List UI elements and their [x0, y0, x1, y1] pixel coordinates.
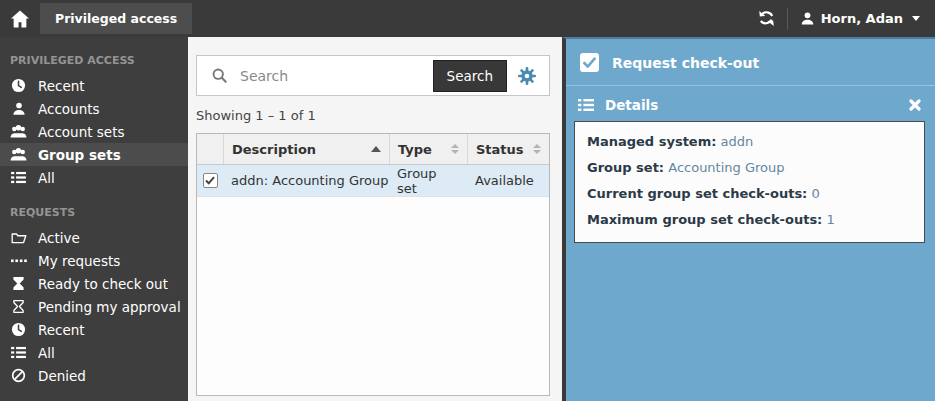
top-bar: Privileged access Horn, Adan [0, 0, 935, 37]
sidebar-item-my-requests[interactable]: My requests [0, 249, 188, 272]
clock-icon [10, 322, 27, 337]
sidebar-item-requests-all[interactable]: All [0, 341, 188, 364]
refresh-icon [758, 10, 775, 27]
detail-label: Managed system: [587, 134, 716, 149]
sidebar-item-label: Recent [38, 78, 85, 94]
detail-value: Accounting Group [668, 160, 784, 175]
row-description: addn: Accounting Group [223, 173, 389, 188]
detail-label: Current group set check-outs: [587, 186, 807, 201]
user-menu[interactable]: Horn, Adan [788, 11, 920, 26]
sidebar-item-label: Active [38, 230, 80, 246]
sidebar-item-active[interactable]: Active [0, 226, 188, 249]
sidebar-item-ready-to-check-out[interactable]: Ready to check out [0, 272, 188, 295]
sidebar-section-requests: REQUESTS [0, 189, 188, 226]
search-icon [211, 67, 228, 84]
topbar-right: Horn, Adan [746, 8, 935, 30]
detail-current-checkouts: Current group set check-outs: 0 [587, 181, 912, 207]
table-row[interactable]: addn: Accounting Group Group set Availab… [197, 165, 549, 197]
check-square-icon [580, 53, 599, 72]
detail-managed-system: Managed system: addn [587, 129, 912, 155]
gear-icon[interactable] [517, 66, 537, 86]
detail-maximum-checkouts: Maximum group set check-outs: 1 [587, 207, 912, 233]
detail-value: 1 [826, 212, 834, 227]
detail-value: 0 [811, 186, 819, 201]
sidebar-item-label: My requests [38, 253, 120, 269]
sidebar-item-denied[interactable]: Denied [0, 364, 188, 387]
table-header-type[interactable]: Type [389, 134, 467, 164]
chevron-down-icon [912, 16, 920, 21]
clock-icon [10, 78, 27, 93]
table-header-description[interactable]: Description [223, 134, 389, 164]
sidebar-item-account-sets[interactable]: Account sets [0, 120, 188, 143]
panel-header: Request check-out [566, 39, 935, 86]
row-type: Group set [389, 166, 467, 196]
hourglass-icon [10, 276, 27, 291]
details-header: Details [566, 86, 935, 121]
sort-icon [533, 144, 541, 154]
sidebar-item-label: Accounts [38, 101, 100, 117]
column-label: Status [476, 142, 524, 157]
details-list-icon [578, 98, 594, 112]
detail-value: addn [721, 134, 754, 149]
user-name: Horn, Adan [821, 11, 903, 26]
sidebar-item-all[interactable]: All [0, 166, 188, 189]
home-button[interactable] [0, 10, 40, 28]
sidebar-item-label: All [38, 345, 55, 361]
search-button[interactable]: Search [433, 60, 507, 92]
sidebar: PRIVILEGED ACCESS Recent Accounts Accoun… [0, 37, 188, 401]
sidebar-item-label: Recent [38, 322, 85, 338]
list-icon [10, 346, 27, 359]
sidebar-item-label: Account sets [38, 124, 124, 140]
sort-icon [451, 144, 459, 154]
denied-icon [10, 368, 27, 383]
row-checkbox-cell [197, 173, 223, 188]
results-pane: Search Showing 1 – 1 of 1 [188, 37, 562, 401]
sort-ascending-icon [371, 146, 381, 152]
sidebar-item-label: Pending my approval [38, 299, 181, 315]
home-icon [10, 10, 30, 28]
detail-label: Maximum group set check-outs: [587, 212, 822, 227]
table-header-checkbox-column [197, 134, 223, 164]
table-header-row: Description Type Status [197, 134, 549, 165]
results-table: Description Type Status addn: Accounting… [196, 133, 550, 396]
table-header-status[interactable]: Status [467, 134, 549, 164]
user-icon [10, 101, 27, 116]
sidebar-item-label: All [38, 170, 55, 186]
detail-group-set: Group set: Accounting Group [587, 155, 912, 181]
details-title: Details [605, 97, 658, 113]
refresh-button[interactable] [746, 10, 787, 27]
close-icon[interactable] [909, 99, 921, 111]
list-icon [10, 171, 27, 184]
column-label: Description [232, 142, 316, 157]
folder-open-icon [10, 231, 27, 245]
search-input[interactable] [238, 67, 433, 85]
hourglass-outline-icon [10, 299, 27, 314]
sidebar-item-pending-my-approval[interactable]: Pending my approval [0, 295, 188, 318]
search-bar: Search [196, 55, 550, 96]
users-icon [10, 147, 27, 162]
sidebar-item-group-sets[interactable]: Group sets [0, 143, 188, 166]
sidebar-item-recent[interactable]: Recent [0, 74, 188, 97]
sidebar-section-privileged-access: PRIVILEGED ACCESS [0, 37, 188, 74]
row-status: Available [467, 173, 549, 188]
sidebar-item-accounts[interactable]: Accounts [0, 97, 188, 120]
sidebar-item-requests-recent[interactable]: Recent [0, 318, 188, 341]
request-checkout-panel: Request check-out Details Managed system… [562, 37, 935, 401]
detail-label: Group set: [587, 160, 664, 175]
row-checkbox[interactable] [203, 173, 218, 188]
user-icon [800, 11, 815, 26]
ellipsis-icon [10, 258, 27, 264]
sidebar-item-label: Group sets [38, 147, 121, 163]
users-icon [10, 124, 27, 139]
column-label: Type [398, 142, 432, 157]
sidebar-item-label: Denied [38, 368, 86, 384]
sidebar-item-label: Ready to check out [38, 276, 168, 292]
privileged-access-button[interactable]: Privileged access [40, 3, 192, 34]
details-box: Managed system: addn Group set: Accounti… [574, 121, 925, 243]
panel-title: Request check-out [612, 55, 759, 71]
results-summary: Showing 1 – 1 of 1 [196, 108, 550, 123]
